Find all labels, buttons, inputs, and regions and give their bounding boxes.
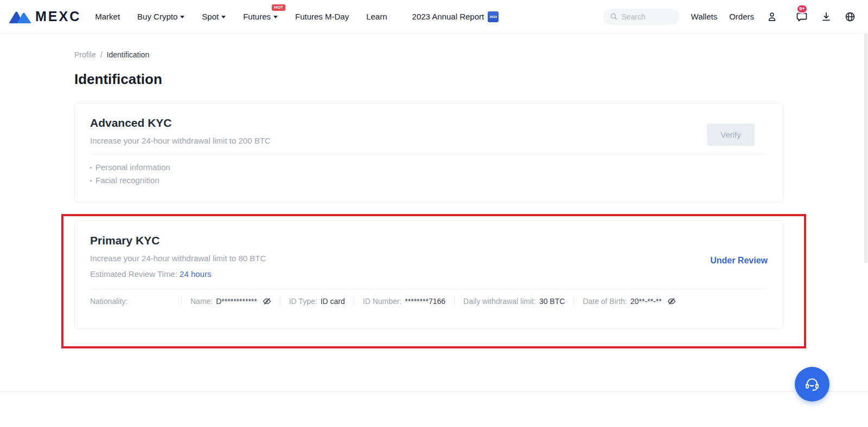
identification-page: MEXC Market Buy Crypto Spot Futures HOT … (0, 0, 868, 427)
nav-spot[interactable]: Spot (202, 12, 226, 21)
chat-icon[interactable]: 9+ (795, 10, 808, 23)
wallets-link[interactable]: Wallets (691, 12, 718, 21)
advanced-kyc-card: Advanced KYC Increase your 24-hour withd… (74, 103, 783, 202)
chevron-down-icon (180, 16, 184, 18)
chevron-down-icon (221, 16, 226, 18)
primary-kyc-title: Primary KYC (90, 221, 768, 247)
advanced-kyc-requirements: Personal information Facial recognition (90, 161, 768, 187)
nav-annual-report[interactable]: 2023 Annual Report 2023 (412, 11, 499, 22)
nav-buy-crypto[interactable]: Buy Crypto (137, 12, 184, 21)
search-icon (610, 12, 618, 21)
review-time-value: 24 hours (180, 269, 211, 279)
breadcrumb-current: Identification (107, 50, 150, 59)
language-globe-icon[interactable] (844, 11, 856, 23)
page-title: Identification (74, 71, 162, 88)
detail-name: Name: D************ (181, 297, 280, 306)
profile-icon[interactable] (766, 11, 778, 23)
primary-kyc-subtitle: Increase your 24-hour withdrawal limit t… (90, 254, 768, 263)
detail-date-of-birth: Date of Birth: 20**-**-** (573, 297, 684, 306)
primary-kyc-card: Primary KYC Increase your 24-hour withdr… (74, 221, 783, 329)
verify-button[interactable]: Verify (707, 124, 755, 146)
estimated-review-time: Estimated Review Time: 24 hours (90, 269, 768, 279)
customer-support-button[interactable] (795, 367, 829, 402)
advanced-kyc-title: Advanced KYC (90, 103, 768, 130)
requirement-item: Facial recognition (90, 174, 768, 187)
breadcrumb: Profile / Identification (74, 50, 149, 59)
detail-id-type: ID Type: ID card (280, 297, 354, 306)
advanced-kyc-subtitle: Increase your 24-hour withdrawal limit t… (90, 136, 768, 145)
nav-futures-m-day[interactable]: Futures M-Day (295, 12, 349, 21)
header-right-cluster: Search Wallets Orders 9+ (603, 9, 856, 25)
download-icon[interactable] (820, 11, 832, 23)
requirement-item: Personal information (90, 161, 768, 174)
annual-report-icon: 2023 (488, 11, 499, 22)
headset-icon (803, 376, 821, 393)
hot-badge: HOT (272, 4, 285, 11)
search-placeholder: Search (622, 12, 646, 21)
detail-id-number: ID Number: ********7166 (354, 297, 454, 306)
notification-badge: 9+ (796, 4, 808, 14)
breadcrumb-profile[interactable]: Profile (74, 50, 96, 59)
footer-divider (0, 391, 868, 392)
detail-nationality: Nationality: (90, 297, 181, 306)
chevron-down-icon (273, 16, 278, 18)
detail-daily-limit: Daily withdrawal limit: 30 BTC (454, 297, 573, 306)
nav-futures[interactable]: Futures HOT (243, 12, 278, 21)
orders-link[interactable]: Orders (729, 12, 754, 21)
nav-market[interactable]: Market (95, 12, 120, 21)
top-navbar: MEXC Market Buy Crypto Spot Futures HOT … (0, 0, 868, 34)
scrollbar[interactable] (864, 13, 867, 263)
main-nav: Market Buy Crypto Spot Futures HOT Futur… (95, 11, 499, 22)
divider (90, 154, 768, 154)
mexc-logo[interactable]: MEXC (9, 9, 81, 25)
eye-slash-icon[interactable] (667, 297, 676, 306)
eye-slash-icon[interactable] (263, 297, 271, 306)
search-input[interactable]: Search (603, 9, 679, 25)
breadcrumb-separator: / (100, 50, 103, 59)
nav-learn[interactable]: Learn (366, 12, 387, 21)
kyc-details-row: Nationality: Name: D************ ID Type… (90, 289, 768, 306)
mexc-mountain-icon (9, 9, 31, 25)
mexc-wordmark: MEXC (35, 9, 81, 24)
status-under-review[interactable]: Under Review (710, 256, 768, 266)
